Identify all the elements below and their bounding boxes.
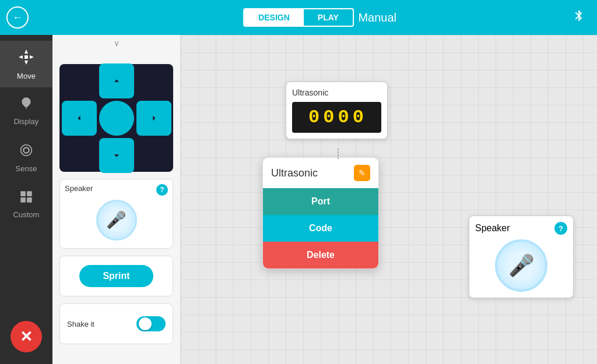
svg-rect-8	[27, 191, 32, 196]
svg-point-6	[21, 144, 32, 156]
seg-digit-4: 0	[353, 107, 365, 128]
popup-edit-button[interactable]: ✎	[354, 165, 370, 181]
dpad-up-button[interactable]	[99, 63, 134, 98]
mic-icon: 🎤	[106, 210, 127, 229]
svg-rect-4	[24, 55, 28, 59]
mode-tabs: DESIGN PLAY	[243, 8, 354, 27]
panel-chevron: ∨	[58, 35, 174, 51]
shake-label: Shake it	[67, 320, 94, 328]
ultrasonic-popup: Ultrasonic ✎ Port Code Delete	[262, 157, 379, 269]
bluetooth-icon[interactable]	[573, 9, 585, 26]
connector-line	[335, 149, 341, 160]
sidebar-item-custom[interactable]: Custom	[0, 181, 52, 227]
dpad-right-button[interactable]	[136, 101, 171, 136]
dpad-center-button[interactable]	[99, 101, 134, 136]
canvas-speaker-help[interactable]: ?	[554, 222, 567, 235]
ultrasonic-widget-title: Ultrasonic	[292, 88, 381, 97]
canvas-speaker-header: Speaker ?	[475, 222, 567, 235]
dpad-empty-tr	[136, 63, 171, 98]
dpad-empty-tl	[62, 63, 97, 98]
canvas-mic-icon: 🎤	[508, 253, 535, 278]
dpad-empty-br	[136, 138, 171, 173]
dpad-card	[59, 64, 173, 172]
back-button[interactable]: ←	[0, 0, 35, 35]
dpad	[62, 63, 171, 173]
popup-code-button[interactable]: Code	[263, 215, 378, 242]
canvas-speaker-widget[interactable]: Speaker ? 🎤	[469, 215, 574, 298]
popup-port-button[interactable]: Port	[263, 188, 378, 215]
svg-rect-7	[20, 191, 26, 196]
shake-toggle[interactable]	[136, 316, 166, 331]
panel-speaker-card: Speaker ? 🎤	[59, 179, 173, 249]
dpad-empty-bl	[62, 138, 97, 173]
back-icon: ←	[6, 6, 29, 29]
panel-speaker-title: Speaker	[65, 184, 168, 193]
svg-marker-1	[24, 61, 28, 65]
ultrasonic-display-widget[interactable]: Ultrasonic 0 0 0 0	[286, 82, 388, 139]
sprint-button[interactable]: Sprint	[79, 265, 153, 287]
svg-rect-10	[27, 197, 32, 203]
page-title: Manual	[358, 11, 396, 24]
seg-digit-2: 0	[323, 107, 335, 128]
seg-digit-3: 0	[338, 107, 350, 128]
popup-header: Ultrasonic ✎	[263, 158, 378, 188]
canvas: Ultrasonic 0 0 0 0 Ultrasonic ✎ Port Cod…	[181, 35, 597, 364]
display-icon	[19, 96, 34, 115]
svg-rect-9	[20, 197, 26, 203]
svg-marker-0	[24, 50, 28, 54]
sidebar-item-move[interactable]: Move	[0, 41, 52, 87]
close-button[interactable]: ✕	[10, 321, 42, 352]
svg-point-5	[23, 147, 29, 153]
sidebar-item-move-label: Move	[17, 72, 36, 80]
custom-icon	[19, 189, 34, 208]
sense-icon	[18, 142, 34, 162]
sprint-card: Sprint	[59, 256, 173, 296]
dpad-down-button[interactable]	[99, 138, 134, 173]
popup-title: Ultrasonic	[271, 167, 318, 179]
canvas-speaker-circle: 🎤	[495, 239, 547, 292]
popup-delete-button[interactable]: Delete	[263, 242, 378, 268]
main-layout: Move Display Sense	[0, 35, 597, 364]
tab-design[interactable]: DESIGN	[244, 9, 304, 26]
close-icon: ✕	[20, 328, 33, 346]
tab-play[interactable]: PLAY	[304, 9, 353, 26]
seg-digit-1: 0	[308, 107, 321, 128]
sidebar: Move Display Sense	[0, 35, 52, 364]
shake-card: Shake it	[59, 303, 173, 344]
dpad-left-button[interactable]	[62, 101, 97, 136]
panel-speaker-help[interactable]: ?	[156, 184, 168, 196]
header: ← DESIGN PLAY Manual	[0, 0, 597, 35]
sidebar-item-custom-label: Custom	[13, 210, 40, 219]
seven-seg-display: 0 0 0 0	[292, 102, 381, 133]
panel-speaker-icon-wrap: 🎤	[65, 196, 168, 243]
sidebar-item-sense[interactable]: Sense	[0, 134, 52, 181]
toggle-thumb	[139, 317, 152, 330]
sidebar-item-display[interactable]: Display	[0, 87, 52, 134]
panel-speaker-circle: 🎤	[96, 200, 137, 241]
canvas-speaker-title: Speaker	[475, 223, 510, 234]
svg-marker-3	[30, 55, 34, 59]
sidebar-item-display-label: Display	[14, 117, 39, 126]
canvas-speaker-body: 🎤	[475, 239, 567, 292]
sidebar-item-sense-label: Sense	[16, 164, 37, 173]
svg-marker-2	[19, 55, 23, 59]
panel: ∨	[52, 35, 181, 364]
edit-icon: ✎	[359, 168, 366, 178]
move-icon	[17, 48, 35, 69]
